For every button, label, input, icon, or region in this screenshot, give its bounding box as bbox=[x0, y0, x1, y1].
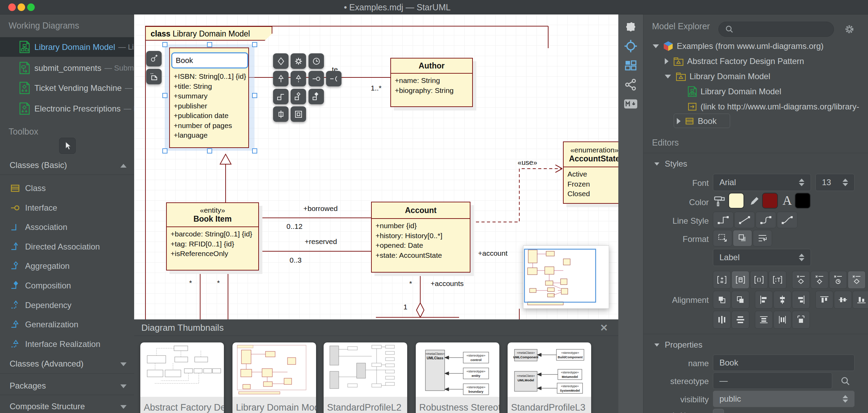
tool-composition[interactable]: Composition bbox=[0, 276, 134, 295]
send-to-back-button[interactable] bbox=[731, 291, 749, 309]
align-left-button[interactable] bbox=[755, 291, 773, 309]
resize-handle[interactable] bbox=[162, 148, 167, 153]
class-book-item[interactable]: «entity» Book Item +barcode: String[0..1… bbox=[166, 202, 259, 271]
thumbnail-robustness-stereotypes[interactable]: «metaClass» UMLClass «stereotype» contro… bbox=[416, 342, 499, 413]
align-middle-button[interactable] bbox=[834, 291, 852, 309]
resize-handle[interactable] bbox=[162, 42, 167, 47]
tool-dependency[interactable]: Dependency bbox=[0, 296, 134, 315]
toolbox-section-classes-basic[interactable]: Classes (Basic) bbox=[0, 160, 134, 173]
tool-interface-realization[interactable]: Interface Realization bbox=[0, 335, 134, 354]
select-tool-button[interactable] bbox=[59, 138, 76, 154]
working-diagram-electronic-prescriptions[interactable]: Electronic Prescriptions — E bbox=[0, 99, 134, 118]
line-style-roundrect-button[interactable] bbox=[756, 212, 776, 228]
font-family-select[interactable]: Arial bbox=[713, 174, 811, 191]
line-style-oblique-button[interactable] bbox=[734, 212, 755, 228]
stereotype-search-icon[interactable] bbox=[840, 376, 850, 386]
expander-closed-icon[interactable] bbox=[677, 118, 681, 124]
distribute-vertically-button[interactable] bbox=[731, 311, 749, 329]
suppress-operations-button[interactable] bbox=[811, 271, 828, 289]
properties-section-header[interactable]: Properties bbox=[654, 340, 702, 350]
same-size-button[interactable] bbox=[792, 311, 810, 329]
fill-color-roller-icon[interactable] bbox=[713, 195, 726, 208]
format-autoresize-button[interactable] bbox=[713, 230, 732, 246]
suppress-attributes-button[interactable] bbox=[792, 271, 810, 289]
expander-open-icon[interactable] bbox=[665, 75, 671, 78]
tool-directed-association[interactable]: Directed Association bbox=[0, 237, 134, 256]
class-book[interactable]: Book +ISBN: String[0..1] {id} +title: St… bbox=[169, 47, 249, 148]
tool-aggregation[interactable]: Aggregation bbox=[0, 256, 134, 276]
toolbox-section-classes-advanced[interactable]: Classes (Advanced) bbox=[0, 358, 134, 372]
toggle-visibility-button[interactable] bbox=[713, 271, 731, 289]
working-diagram-library-domain-model[interactable]: Library Domain Model — Lib bbox=[0, 37, 134, 57]
thumbnail-standard-profile-l2[interactable]: StandardProfileL2 bbox=[324, 342, 407, 413]
font-color-swatch[interactable] bbox=[795, 193, 811, 209]
quick-containment-button[interactable] bbox=[291, 106, 306, 122]
quick-composition-button[interactable] bbox=[308, 89, 324, 104]
expander-closed-icon[interactable] bbox=[665, 58, 669, 64]
quick-dependency-button[interactable] bbox=[273, 106, 289, 122]
tool-class[interactable]: Class bbox=[0, 179, 134, 198]
class-account[interactable]: Account +number {id} +history: History[0… bbox=[371, 202, 470, 273]
quick-add-text-button[interactable] bbox=[146, 69, 162, 84]
line-color-swatch[interactable] bbox=[762, 193, 778, 209]
quick-add-note-button[interactable] bbox=[146, 51, 162, 66]
tree-item-book-class[interactable]: Book bbox=[643, 114, 868, 129]
format-show-shadow-button[interactable] bbox=[733, 230, 752, 246]
same-height-button[interactable] bbox=[755, 311, 773, 329]
resize-handle[interactable] bbox=[252, 148, 257, 153]
diagram-thumbnails-button[interactable] bbox=[624, 59, 638, 72]
line-color-pencil-icon[interactable] bbox=[748, 195, 761, 207]
distribute-horizontally-button[interactable] bbox=[713, 311, 731, 329]
tree-item-library-domain-model-package[interactable]: Library Domain Model bbox=[643, 69, 868, 84]
line-style-curve-button[interactable] bbox=[777, 212, 798, 228]
format-word-wrap-button[interactable] bbox=[753, 230, 772, 246]
toggle-properties-button[interactable] bbox=[750, 271, 768, 289]
styles-section-header[interactable]: Styles bbox=[654, 159, 687, 169]
tool-generalization[interactable]: Generalization bbox=[0, 315, 134, 334]
extensions-button[interactable] bbox=[624, 20, 638, 34]
suppress-literals-button[interactable] bbox=[848, 271, 866, 289]
tool-interface[interactable]: Interface bbox=[0, 198, 134, 218]
markdown-button[interactable] bbox=[624, 97, 638, 111]
quick-diamond-button[interactable] bbox=[273, 53, 289, 69]
quick-generalization-button[interactable] bbox=[273, 71, 289, 86]
tree-item-abstract-factory[interactable]: Abstract Factory Design Pattern bbox=[643, 54, 868, 69]
thumbnail-library-domain-model[interactable]: Library Domain Model bbox=[232, 342, 316, 413]
name-field[interactable]: Book bbox=[713, 354, 855, 371]
resize-handle[interactable] bbox=[252, 42, 257, 47]
explorer-settings-gear-icon[interactable] bbox=[844, 23, 855, 35]
working-diagram-ticket-vending-machine[interactable]: Ticket Vending Machine — T bbox=[0, 78, 134, 98]
quick-realization-button[interactable] bbox=[291, 71, 306, 86]
bring-to-front-button[interactable] bbox=[713, 291, 731, 309]
class-author[interactable]: Author +name: String +biography: String bbox=[390, 58, 473, 107]
visibility-select[interactable]: public bbox=[713, 391, 855, 407]
thumbnail-standard-profile-l3[interactable]: «metaClass» UMLComponent «metaClass» UML… bbox=[508, 342, 591, 413]
minimap[interactable] bbox=[523, 245, 609, 309]
toolbox-section-packages[interactable]: Packages bbox=[0, 380, 134, 394]
align-right-button[interactable] bbox=[792, 291, 810, 309]
quick-gear-button[interactable] bbox=[291, 53, 306, 69]
working-diagram-submit-comments[interactable]: submit_comments — Submit bbox=[0, 58, 134, 78]
quick-aggregation-button[interactable] bbox=[291, 89, 306, 104]
toolbox-section-composite-structure[interactable]: Composite Structure bbox=[0, 401, 134, 413]
font-size-stepper[interactable]: 13 bbox=[815, 174, 855, 191]
quick-interface-button[interactable] bbox=[308, 71, 324, 86]
frame-label[interactable]: class Library Domain Model bbox=[145, 26, 272, 41]
resize-handle[interactable] bbox=[162, 93, 167, 98]
quick-association-button[interactable] bbox=[273, 89, 289, 104]
close-icon[interactable]: ✕ bbox=[600, 322, 608, 333]
tool-association[interactable]: Association bbox=[0, 218, 134, 237]
stereotype-field[interactable]: — bbox=[713, 372, 832, 389]
toggle-type-button[interactable] bbox=[769, 271, 786, 289]
font-color-letter-icon[interactable]: A bbox=[780, 193, 794, 209]
resize-handle[interactable] bbox=[207, 42, 212, 47]
diagram-canvas[interactable]: class Library Domain Model Book +ISBN: S… bbox=[134, 14, 618, 319]
share-button[interactable] bbox=[624, 78, 638, 92]
resize-handle[interactable] bbox=[207, 148, 212, 153]
align-bottom-button[interactable] bbox=[853, 291, 868, 309]
toggle-namespace-button[interactable] bbox=[731, 271, 749, 289]
focus-target-button[interactable] bbox=[624, 39, 638, 53]
model-explorer-search[interactable] bbox=[718, 22, 834, 37]
thumbnail-abstract-factory[interactable]: Abstract Factory Design bbox=[140, 342, 224, 413]
align-top-button[interactable] bbox=[815, 291, 833, 309]
